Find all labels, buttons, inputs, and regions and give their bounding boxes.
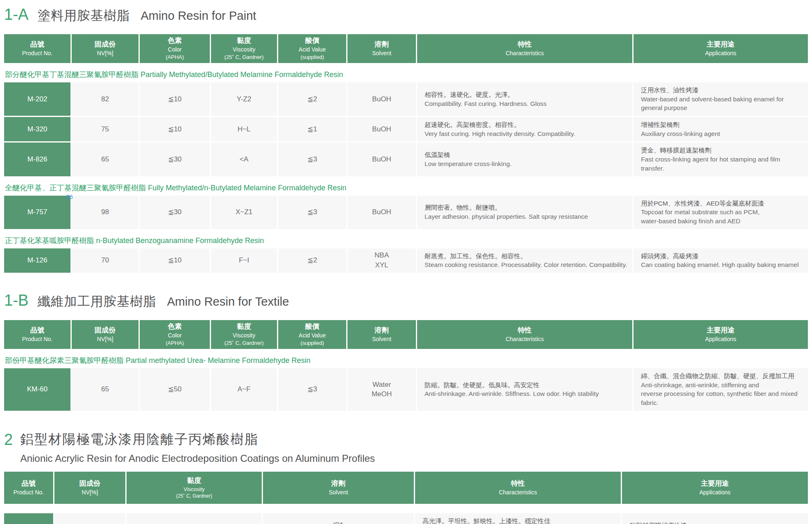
- header-viscosity-en: Viscosity: [233, 46, 256, 54]
- header-viscosity-zh: 黏度: [237, 322, 251, 332]
- header-applications: 主要用途 Applications: [622, 472, 808, 504]
- characteristics-en: Low temperature cross-linking.: [425, 159, 512, 168]
- characteristics-zh: 相容性。速硬化。硬度。光澤。: [425, 90, 514, 99]
- amino-textile-table: 品號 Product No. 固成份 NV[%] 色素 Color (APHA)…: [4, 320, 808, 411]
- header-solvent-zh: 溶劑: [375, 326, 389, 335]
- solvent-cell: BuOH: [347, 82, 416, 116]
- solvent-line1: IPA: [333, 520, 344, 524]
- header-applications-zh: 主要用途: [707, 326, 735, 335]
- product-no-cell: M-126: [4, 248, 70, 273]
- page-note: 06: [66, 193, 73, 200]
- solvent-cell: IPA BCS: [263, 513, 414, 524]
- applications-zh: 綿、合纖、混合織物之防縮、防皺、硬挺、反撥加工用: [641, 372, 794, 381]
- solvent-line2: XYL: [375, 260, 388, 270]
- applications-zh: 泛用水性、油性烤漆: [641, 86, 699, 95]
- header-color-zh: 色素: [168, 36, 182, 46]
- header-characteristics-en: Characteristics: [506, 49, 544, 57]
- characteristics-en: Layer adhesion. physical properties. Sal…: [425, 212, 588, 221]
- header-applications-en: Applications: [699, 489, 731, 496]
- applications-en-line2: water-based baking finish and AED: [641, 217, 740, 226]
- header-characteristics-en: Characteristics: [506, 335, 544, 343]
- characteristics-cell: 耐蒸煮。加工性。保色性。相容性。 Steam cooking resistanc…: [417, 248, 632, 273]
- header-solvent-en: Solvent: [372, 335, 392, 343]
- header-characteristics: 特性 Characteristics: [417, 34, 632, 63]
- header-characteristics-zh: 特性: [518, 326, 532, 335]
- header-color-sub: (APHA): [166, 54, 184, 61]
- header-viscosity-sub: (25˚ C, Gardner): [224, 54, 263, 61]
- characteristics-en: Compatibility. Fast curing. Hardness. Gl…: [425, 99, 547, 108]
- header-product-no-en: Product No.: [22, 335, 53, 343]
- nv-cell: 75: [72, 117, 138, 141]
- header-acid-value: 酸價 Acid Value (supplied): [278, 34, 346, 63]
- header-acid-en: Acid Value: [299, 332, 326, 339]
- resin-group-subtitle: 正丁基化苯基呱胺甲醛樹脂 n-Butylated Benzoguanamine …: [4, 230, 808, 247]
- header-nv-zh: 固成份: [95, 40, 116, 49]
- header-characteristics: 特性 Characteristics: [415, 472, 621, 504]
- applications-en: Can coating baking enamel. High quality …: [641, 260, 799, 269]
- header-acid-sub: (supplied): [300, 54, 324, 61]
- nv-cell: 60: [54, 513, 125, 524]
- section-1b-title-en: Amino Resin for Textile: [167, 295, 289, 309]
- section-1b-title-zh: 纖維加工用胺基樹脂: [38, 293, 156, 310]
- header-viscosity: 黏度 Viscosity (25˚ C, Gardner): [211, 34, 277, 63]
- header-solvent: 溶劑 Solvent: [263, 472, 414, 504]
- header-color-zh: 色素: [168, 322, 182, 332]
- section-1a-title-en: Amino Resin for Paint: [141, 9, 256, 23]
- viscosity-cell: A~F: [211, 368, 277, 411]
- acid-cell: ≦2: [278, 248, 346, 273]
- acrylic-resin-table: 品號 Product No. 固成份 NV[%] 黏度 Viscosity (2…: [4, 472, 808, 524]
- characteristics-cell: 層間密著。物性。耐鹽噴。 Layer adhesion. physical pr…: [417, 196, 632, 229]
- solvent-line1: NBA: [375, 250, 389, 260]
- resin-group-subtitle: 全醚化甲基、正丁基混醚三聚氰胺甲醛樹脂 Fully Methylated/n-B…: [4, 178, 808, 194]
- header-characteristics: 特性 Characteristics: [417, 320, 632, 349]
- section-1b-number: 1-B: [4, 292, 28, 309]
- header-product-no: 品號 Product No.: [4, 472, 53, 504]
- solvent-line2: MeOH: [371, 389, 392, 399]
- applications-zh: 燙金、轉移膜超速架橋劑: [641, 146, 711, 155]
- header-viscosity-sub: (25˚ C, Gardner): [176, 493, 212, 499]
- characteristics-cell: 低溫架橋 Low temperature cross-linking.: [417, 143, 632, 176]
- product-no-cell: ED-8: [4, 513, 53, 524]
- nv-cell: 82: [72, 82, 138, 116]
- characteristics-zh: 低溫架橋: [425, 150, 450, 159]
- nv-cell: 98: [72, 196, 138, 229]
- nv-cell: 65: [72, 368, 138, 411]
- header-nv-zh: 固成份: [80, 479, 101, 489]
- acid-cell: ≦3: [278, 143, 346, 176]
- applications-en: Auxiliary cross-linking agent: [641, 129, 720, 138]
- solvent-cell: BuOH: [347, 117, 416, 141]
- header-acid-zh: 酸價: [305, 322, 319, 332]
- section-1a-title-zh: 塗料用胺基樹脂: [38, 7, 130, 24]
- characteristics-cell: 防縮。防皺。使硬挺。低臭味。高安定性 Anti-shrinkage. Anti-…: [417, 368, 632, 411]
- header-viscosity-en: Viscosity: [233, 332, 256, 339]
- header-solvent-en: Solvent: [372, 49, 392, 57]
- solvent-cell: NBA XYL: [347, 248, 416, 273]
- solvent-cell: Water MeOH: [347, 368, 416, 411]
- header-applications: 主要用途 Applications: [634, 34, 808, 63]
- viscosity-cell: X~Z1: [211, 196, 277, 229]
- applications-en: Topcoat for metal substrate such as PCM,: [641, 208, 760, 217]
- header-color-en: Color: [168, 46, 181, 54]
- viscosity-cell: U~Y: [127, 513, 262, 524]
- resin-group-subtitle-text: 全醚化甲基、正丁基混醚三聚氰胺甲醛樹脂 Fully Methylated/n-B…: [5, 184, 346, 192]
- applications-cell: 燙金、轉移膜超速架橋劑 Fast cross-linking agent for…: [634, 143, 808, 176]
- section-2-title: 2 鋁型材陽極電泳漆用陰離子丙烯酸樹脂 Anionic Acrylic Resi…: [4, 431, 808, 464]
- resin-group-subtitle: 部份甲基醚化尿素三聚氰胺甲醛樹脂 Partial methylated Urea…: [4, 350, 808, 367]
- section-2-number: 2: [4, 431, 13, 449]
- header-viscosity-sub: (25˚ C, Gardner): [224, 339, 263, 347]
- header-color-sub: (APHA): [166, 339, 184, 347]
- solvent-cell: BuOH: [347, 143, 416, 176]
- viscosity-cell: H~L: [211, 117, 277, 141]
- viscosity-cell: <A: [211, 143, 277, 176]
- applications-en: Water-based and solvent-based baking ena…: [641, 95, 803, 112]
- header-nv: 固成份 NV[%]: [72, 320, 138, 349]
- color-cell: ≦50: [140, 368, 210, 411]
- header-solvent-zh: 溶劑: [331, 479, 345, 489]
- header-product-no-zh: 品號: [31, 40, 45, 49]
- header-characteristics-zh: 特性: [518, 40, 532, 49]
- header-viscosity-zh: 黏度: [187, 476, 201, 486]
- header-product-no-en: Product No.: [22, 49, 53, 57]
- acid-cell: ≦3: [278, 368, 346, 411]
- acid-cell: ≦3: [278, 196, 346, 229]
- header-solvent-zh: 溶劑: [375, 40, 389, 49]
